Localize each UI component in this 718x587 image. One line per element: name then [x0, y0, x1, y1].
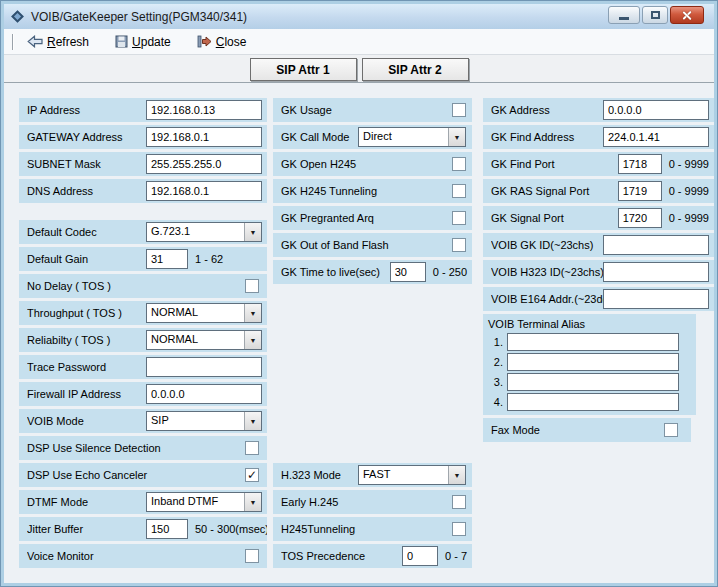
field-label: GK Out of Band Flash: [281, 239, 452, 251]
selected-value: NORMAL: [147, 331, 244, 349]
gk-find-address-field[interactable]: [603, 127, 709, 147]
column-gk-address-settings: GK AddressGK Find AddressGK Find Port0 -…: [483, 98, 714, 445]
row-voib-h323-id-23chs: VOIB H323 ID(~23chs): [483, 260, 714, 284]
update-toolbar-button[interactable]: Update: [112, 33, 174, 51]
column-gatekeeper-settings: GK UsageGK Call ModeDirect▼GK Open H245G…: [273, 98, 472, 571]
gk-signal-port-field[interactable]: [618, 208, 662, 228]
gk-find-port-field[interactable]: [618, 154, 662, 174]
terminal-alias-number: 4.: [488, 396, 503, 408]
voib-e164-addr-23dgt-field[interactable]: [603, 289, 709, 309]
minimize-icon: [619, 17, 629, 20]
throughput-tos-select[interactable]: NORMAL▼: [146, 303, 262, 323]
default-codec-select[interactable]: G.723.1▼: [146, 222, 262, 242]
field-label: H245Tunneling: [281, 523, 452, 535]
gk-call-mode-select[interactable]: Direct▼: [358, 127, 466, 147]
tab-sip-attr-2[interactable]: SIP Attr 2: [362, 58, 469, 81]
row-reliabilty-tos: Reliabilty ( TOS )NORMAL▼: [19, 328, 267, 352]
toolbar-grip[interactable]: [12, 34, 14, 50]
default-gain-field[interactable]: [146, 249, 188, 269]
field-range: 0 - 9999: [669, 185, 709, 197]
field-label: DSP Use Silence Detection: [27, 442, 245, 454]
group-gap: [19, 206, 267, 220]
row-gateway-address: GATEWAY Address: [19, 125, 267, 149]
row-gk-pregranted-arq: GK Pregranted Arq: [273, 206, 472, 230]
voib-gk-id-23chs-field[interactable]: [603, 235, 709, 255]
field-label: H.323 Mode: [281, 469, 358, 481]
gk-time-to-live-sec-field[interactable]: [390, 262, 426, 282]
gk-out-of-band-flash-checkbox[interactable]: [452, 238, 466, 252]
gk-usage-checkbox[interactable]: [452, 103, 466, 117]
early-h-245-checkbox[interactable]: [452, 495, 466, 509]
terminal-alias-row: 3.: [483, 372, 696, 392]
row-gk-time-to-live-sec: GK Time to live(sec)0 - 250: [273, 260, 472, 284]
dsp-use-silence-detection-checkbox[interactable]: [245, 441, 259, 455]
row-tos-precedence: TOS Precedence0 - 7: [273, 544, 472, 568]
dropdown-arrow-icon[interactable]: ▼: [244, 304, 261, 322]
save-icon: [115, 35, 128, 48]
row-dsp-use-silence-detection: DSP Use Silence Detection: [19, 436, 267, 460]
dsp-use-echo-canceler-checkbox[interactable]: ✓: [245, 468, 259, 482]
terminal-alias-4-field[interactable]: [507, 393, 679, 411]
terminal-alias-1-field[interactable]: [507, 333, 679, 351]
ip-address-field[interactable]: [146, 100, 262, 120]
row-gk-call-mode: GK Call ModeDirect▼: [273, 125, 472, 149]
voib-h323-id-23chs-field[interactable]: [603, 262, 709, 282]
terminal-alias-3-field[interactable]: [507, 373, 679, 391]
dropdown-arrow-icon[interactable]: ▼: [244, 493, 261, 511]
subnet-mask-field[interactable]: [146, 154, 262, 174]
terminal-alias-2-field[interactable]: [507, 353, 679, 371]
restore-icon: [651, 11, 660, 19]
trace-password-field[interactable]: [146, 357, 262, 377]
field-label: SUBNET Mask: [27, 158, 146, 170]
field-label: GK Open H245: [281, 158, 452, 170]
dropdown-arrow-icon[interactable]: ▼: [448, 128, 465, 146]
row-dsp-use-echo-canceler: DSP Use Echo Canceler✓: [19, 463, 267, 487]
field-range: 0 - 9999: [669, 158, 709, 170]
close-toolbar-button[interactable]: Close: [194, 33, 250, 51]
dropdown-arrow-icon[interactable]: ▼: [448, 466, 465, 484]
voib-mode-select[interactable]: SIP▼: [146, 411, 262, 431]
gk-open-h245-checkbox[interactable]: [452, 157, 466, 171]
tab-sip-attr-1[interactable]: SIP Attr 1: [250, 58, 357, 81]
dropdown-arrow-icon[interactable]: ▼: [244, 223, 261, 241]
selected-value: Direct: [359, 128, 448, 146]
dns-address-field[interactable]: [146, 181, 262, 201]
gk-h245-tunneling-checkbox[interactable]: [452, 184, 466, 198]
gk-pregranted-arq-checkbox[interactable]: [452, 211, 466, 225]
reliabilty-tos-select[interactable]: NORMAL▼: [146, 330, 262, 350]
field-label: Firewall IP Address: [27, 388, 146, 400]
voice-monitor-checkbox[interactable]: [245, 549, 259, 563]
restore-button[interactable]: [642, 6, 668, 24]
row-voice-monitor: Voice Monitor: [19, 544, 267, 568]
no-delay-tos-checkbox[interactable]: [245, 279, 259, 293]
gk-ras-signal-port-field[interactable]: [618, 181, 662, 201]
gateway-address-field[interactable]: [146, 127, 262, 147]
field-label: Trace Password: [27, 361, 146, 373]
row-voib-gk-id-23chs: VOIB GK ID(~23chs): [483, 233, 714, 257]
fax-mode-checkbox[interactable]: [664, 423, 678, 437]
field-label: GK Usage: [281, 104, 452, 116]
row-default-gain: Default Gain1 - 62: [19, 247, 267, 271]
title-bar: VOIB/GateKeeper Setting(PGM340/341): [4, 4, 714, 29]
gk-address-field[interactable]: [603, 100, 709, 120]
dtmf-mode-select[interactable]: Inband DTMF▼: [146, 492, 262, 512]
h-323-mode-select[interactable]: FAST▼: [358, 465, 466, 485]
firewall-ip-address-field[interactable]: [146, 384, 262, 404]
close-button[interactable]: [670, 6, 704, 24]
h245tunneling-checkbox[interactable]: [452, 522, 466, 536]
field-label: VOIB E164 Addr.(~23dgt): [491, 293, 603, 305]
minimize-button[interactable]: [608, 6, 640, 24]
row-gk-open-h245: GK Open H245: [273, 152, 472, 176]
field-label: Jitter Buffer: [27, 523, 146, 535]
row-subnet-mask: SUBNET Mask: [19, 152, 267, 176]
dropdown-arrow-icon[interactable]: ▼: [244, 412, 261, 430]
field-label: TOS Precedence: [281, 550, 402, 562]
field-label: GK RAS Signal Port: [491, 185, 618, 197]
tos-precedence-field[interactable]: [402, 546, 438, 566]
row-gk-ras-signal-port: GK RAS Signal Port0 - 9999: [483, 179, 714, 203]
row-ip-address: IP Address: [19, 98, 267, 122]
toolbar: RefreshUpdateClose: [4, 29, 714, 55]
dropdown-arrow-icon[interactable]: ▼: [244, 331, 261, 349]
refresh-toolbar-button[interactable]: Refresh: [24, 33, 92, 51]
jitter-buffer-field[interactable]: [146, 519, 188, 539]
